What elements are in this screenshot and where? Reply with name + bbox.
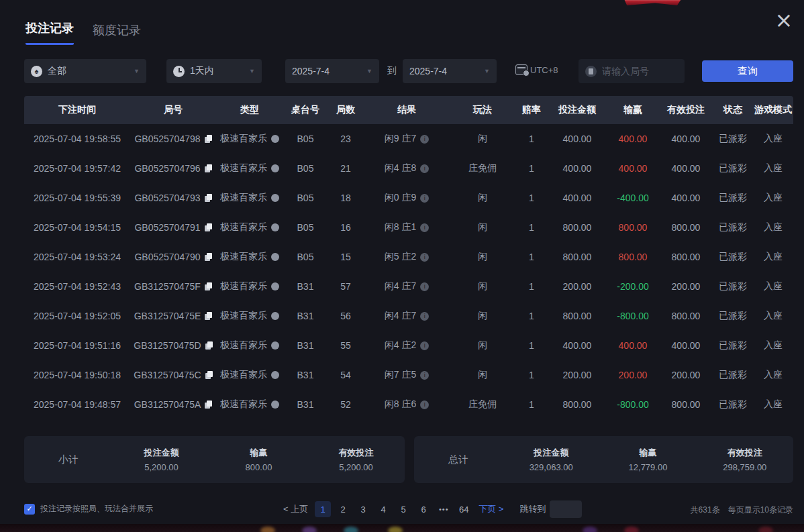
cell-valid-bet: 800.00 [659, 222, 713, 233]
page-button[interactable]: 4 [375, 501, 391, 517]
copy-icon[interactable] [205, 223, 212, 231]
page-button[interactable]: 3 [355, 501, 371, 517]
date-from-dropdown[interactable]: 2025-7-4 ▼ [285, 59, 379, 83]
cell-game-type: 极速百家乐 [216, 339, 283, 352]
result-info-icon[interactable]: i [420, 164, 429, 173]
cell-status: 已派彩 [713, 192, 753, 204]
game-type-dropdown[interactable]: ♠ 全部 ▼ [24, 59, 146, 83]
cell-win-loss: 200.00 [607, 370, 659, 380]
cell-valid-bet: 200.00 [659, 370, 713, 380]
game-info-icon[interactable] [271, 164, 279, 172]
cell-game-mode: 入座 [753, 133, 793, 145]
next-page-button[interactable]: 下页 > [476, 503, 506, 515]
copy-icon[interactable] [205, 253, 212, 261]
cell-game-mode: 入座 [753, 280, 793, 292]
jump-to-label: 跳转到 [519, 503, 546, 515]
game-info-icon[interactable] [271, 401, 279, 409]
game-info-icon[interactable] [271, 253, 279, 261]
round-number-input[interactable] [602, 66, 676, 76]
tab-quota-records[interactable]: 额度记录 [93, 22, 141, 45]
total-panel: 总计 投注金额 329,063.00 输赢 12,779.00 有效投注 298… [414, 436, 793, 483]
time-range-dropdown[interactable]: 1天内 ▼ [166, 59, 262, 83]
copy-icon[interactable] [205, 341, 213, 350]
record-count-info: 共631条 每页显示10条记录 [691, 504, 793, 516]
tab-bet-records[interactable]: 投注记录 [26, 20, 74, 45]
prev-page-button[interactable]: < 上页 [281, 503, 311, 515]
merge-checkbox[interactable]: ✓ [24, 504, 35, 515]
cell-round-number: GB312570475F [130, 281, 216, 292]
game-info-icon[interactable] [271, 135, 279, 143]
page-button[interactable]: 64 [456, 501, 472, 517]
calendar-icon [515, 64, 527, 75]
clock-icon [173, 66, 185, 77]
copy-icon[interactable] [205, 282, 212, 290]
cell-valid-bet: 400.00 [659, 340, 713, 351]
cell-round-number: GB312570475A [130, 399, 216, 410]
copy-icon[interactable] [205, 135, 212, 143]
result-info-icon[interactable]: i [420, 253, 429, 262]
copy-icon[interactable] [205, 401, 212, 409]
cell-play-type: 庄免佣 [450, 162, 515, 174]
game-info-icon[interactable] [271, 282, 279, 290]
jump-page-input[interactable] [550, 500, 582, 518]
cell-game-type: 极速百家乐 [216, 162, 283, 174]
cell-valid-bet: 800.00 [659, 399, 713, 410]
game-info-icon[interactable] [271, 223, 279, 231]
cell-result: 闲4 庄2 i [364, 339, 450, 352]
result-info-icon[interactable]: i [420, 312, 429, 321]
cell-game-mode: 入座 [753, 339, 793, 352]
cell-table-number: B05 [283, 134, 328, 144]
merge-label: 投注记录按照局、玩法合并展示 [40, 503, 153, 515]
timezone-indicator: UTC+8 [515, 64, 558, 75]
game-info-icon[interactable] [271, 194, 279, 202]
page-button[interactable]: 5 [395, 501, 411, 517]
cell-game-type: 极速百家乐 [216, 133, 283, 145]
subtotal-bet-amount: 投注金额 5,200.00 [113, 447, 210, 472]
copy-icon[interactable] [205, 194, 212, 202]
query-button[interactable]: 查询 [702, 60, 793, 82]
result-info-icon[interactable]: i [420, 194, 429, 203]
copy-icon[interactable] [205, 371, 213, 379]
game-info-icon[interactable] [271, 312, 279, 320]
cell-table-number: B05 [283, 222, 328, 233]
cell-bet-amount: 400.00 [548, 163, 607, 174]
copy-icon[interactable] [205, 164, 212, 172]
table-row: 2025-07-04 19:51:16 GB312570475D 极速百家乐 B… [24, 331, 793, 360]
result-info-icon[interactable]: i [420, 135, 429, 144]
game-info-icon[interactable] [271, 371, 279, 379]
result-info-icon[interactable]: i [420, 371, 429, 380]
cell-game-count: 16 [328, 222, 364, 233]
page-button[interactable]: ••• [436, 501, 452, 517]
page-button[interactable]: 2 [335, 501, 351, 517]
total-bet-amount: 投注金额 329,063.00 [503, 447, 599, 472]
table-row: 2025-07-04 19:48:57 GB312570475A 极速百家乐 B… [24, 390, 793, 419]
cell-odds: 1 [515, 222, 548, 233]
cell-game-count: 23 [328, 134, 364, 144]
cell-game-count: 15 [328, 252, 364, 262]
cell-play-type: 闲 [450, 310, 515, 322]
page-button[interactable]: 6 [415, 501, 432, 517]
chevron-down-icon: ▼ [366, 68, 372, 74]
cell-bet-amount: 400.00 [548, 340, 607, 351]
cell-game-mode: 入座 [753, 310, 793, 322]
cell-game-type: 极速百家乐 [216, 251, 283, 263]
cell-table-number: B05 [283, 163, 328, 174]
date-to-dropdown[interactable]: 2025-7-4 ▼ [403, 59, 497, 83]
to-label: 到 [387, 65, 397, 77]
cell-bet-amount: 800.00 [548, 311, 607, 321]
cell-game-type: 极速百家乐 [216, 398, 283, 411]
result-info-icon[interactable]: i [420, 401, 429, 409]
result-info-icon[interactable]: i [420, 223, 429, 232]
game-info-icon[interactable] [271, 341, 279, 350]
close-icon[interactable]: × [772, 8, 796, 32]
result-info-icon[interactable]: i [420, 282, 429, 291]
copy-icon[interactable] [205, 312, 212, 320]
round-number-icon [585, 66, 597, 77]
cell-bet-time: 2025-07-04 19:54:15 [24, 222, 130, 233]
page-button[interactable]: 1 [315, 501, 331, 517]
result-info-icon[interactable]: i [420, 341, 429, 350]
round-search-box [579, 59, 685, 83]
cell-odds: 1 [515, 311, 548, 321]
cell-table-number: B31 [283, 281, 328, 292]
cell-play-type: 闲 [450, 280, 515, 292]
